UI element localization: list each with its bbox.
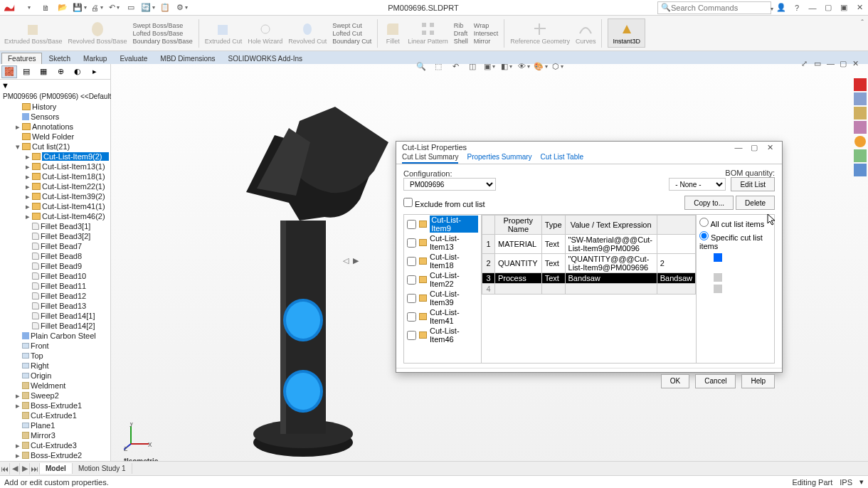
- tab-mbd[interactable]: MBD Dimensions: [154, 53, 221, 64]
- tree-node[interactable]: ▸Cut-List-Item13(1): [1, 161, 109, 171]
- menu-dropdown-icon[interactable]: [21, 2, 36, 14]
- tree-node[interactable]: ▸Cut-List-Item46(2): [1, 211, 109, 221]
- shell-button[interactable]: Shell: [454, 38, 468, 45]
- appearances-icon[interactable]: [854, 135, 867, 148]
- tree-node[interactable]: ▸Cut-List-Item9(2): [1, 152, 109, 161]
- hole-wizard-button[interactable]: Hole Wizard: [248, 21, 282, 46]
- tree-node[interactable]: Cut-Extrude1: [1, 410, 109, 420]
- cut-list-item[interactable]: Cut-List-Item39: [404, 289, 481, 307]
- swept-boss-button[interactable]: Swept Boss/Base: [133, 22, 193, 29]
- tab-sketch[interactable]: Sketch: [42, 53, 77, 64]
- property-table[interactable]: Property Name Type Value / Text Expressi…: [482, 215, 696, 363]
- tab-nav-prev-icon[interactable]: ◀: [10, 463, 20, 474]
- dialog-tab-table[interactable]: Cut List Table: [541, 153, 583, 164]
- close-icon[interactable]: ✕: [854, 2, 865, 14]
- tab-nav-first-icon[interactable]: ⏮: [0, 463, 10, 474]
- prev-view-icon[interactable]: ↶: [448, 60, 462, 72]
- tree-node[interactable]: ▸Cut-Extrude3: [1, 440, 109, 450]
- settings-icon[interactable]: ⚙: [175, 2, 189, 14]
- exclude-checkbox[interactable]: [403, 198, 413, 207]
- hide-show-icon[interactable]: 👁: [517, 60, 531, 72]
- tree-node[interactable]: Fillet Bead14[1]: [1, 311, 109, 321]
- config-manager-tab-icon[interactable]: ▦: [36, 65, 51, 78]
- boundary-boss-button[interactable]: Boundary Boss/Base: [133, 38, 193, 45]
- cut-list-item[interactable]: Cut-List-Item18: [404, 252, 481, 270]
- cancel-button[interactable]: Cancel: [695, 374, 736, 388]
- tab-nav-last-icon[interactable]: ⏭: [30, 463, 40, 474]
- tree-node[interactable]: Front: [1, 341, 109, 351]
- zoom-fit-icon[interactable]: 🔍: [414, 60, 428, 72]
- tree-node[interactable]: Top: [1, 351, 109, 361]
- property-manager-tab-icon[interactable]: ▤: [18, 65, 34, 78]
- zoom-area-icon[interactable]: ⬚: [431, 60, 445, 72]
- revolved-boss-button[interactable]: Revolved Boss/Base: [68, 21, 127, 46]
- rebuild-icon[interactable]: 🔄: [141, 2, 155, 14]
- display-manager-tab-icon[interactable]: ◐: [70, 65, 85, 78]
- tab-addins[interactable]: SOLIDWORKS Add-Ins: [222, 53, 309, 64]
- dialog-tab-summary[interactable]: Cut List Summary: [402, 153, 458, 164]
- minimize-icon[interactable]: —: [807, 2, 818, 14]
- property-row[interactable]: 4: [482, 284, 696, 295]
- tree-node[interactable]: ▸Boss-Extrude2: [1, 450, 109, 460]
- lofted-cut-button[interactable]: Lofted Cut: [332, 30, 371, 37]
- feature-tree-tab-icon[interactable]: 🧱: [1, 65, 17, 78]
- collapse-ribbon-icon[interactable]: ˆ: [861, 18, 864, 27]
- draft-button[interactable]: Draft: [454, 30, 468, 37]
- tree-node[interactable]: Fillet Bead8: [1, 251, 109, 261]
- custom-props-icon[interactable]: [854, 149, 867, 162]
- ok-button[interactable]: OK: [661, 374, 689, 388]
- restore-icon[interactable]: ▢: [822, 2, 834, 14]
- filter-funnel-icon[interactable]: ▼: [1, 81, 9, 90]
- wrap-button[interactable]: Wrap: [474, 22, 499, 29]
- window-min-icon[interactable]: —: [827, 59, 838, 69]
- instant3d-button[interactable]: Instant3D: [608, 18, 645, 48]
- property-row[interactable]: 3ProcessTextBandsawBandsaw: [482, 273, 696, 284]
- radio-all-items[interactable]: All cut list items: [699, 218, 771, 228]
- tree-node[interactable]: Fillet Bead7: [1, 241, 109, 251]
- open-icon[interactable]: 📂: [55, 2, 70, 14]
- tree-node[interactable]: Right: [1, 361, 109, 371]
- dialog-tab-properties[interactable]: Properties Summary: [467, 153, 531, 164]
- tree-node[interactable]: Plain Carbon Steel: [1, 331, 109, 341]
- property-row[interactable]: 2QUANTITYText"QUANTITY@@@Cut-List-Item9@…: [482, 254, 696, 273]
- tab-motion-study[interactable]: Motion Study 1: [73, 463, 132, 474]
- swept-cut-button[interactable]: Swept Cut: [332, 22, 371, 29]
- rib-button[interactable]: Rib: [454, 22, 468, 29]
- view-orientation-icon[interactable]: ▣: [482, 60, 497, 72]
- options-icon[interactable]: 📋: [158, 2, 172, 14]
- tab-markup[interactable]: Markup: [77, 53, 113, 64]
- file-explorer-icon[interactable]: [854, 107, 867, 120]
- dimxpert-tab-icon[interactable]: ⊕: [53, 65, 68, 78]
- dialog-close-icon[interactable]: ✕: [763, 142, 776, 153]
- lofted-boss-button[interactable]: Lofted Boss/Base: [133, 30, 193, 37]
- extruded-boss-button[interactable]: Extruded Boss/Base: [4, 21, 63, 46]
- search-dropdown-icon[interactable]: [769, 4, 773, 12]
- help-icon[interactable]: ?: [791, 2, 803, 14]
- tree-node[interactable]: Fillet Bead3[2]: [1, 231, 109, 241]
- login-icon[interactable]: 👤: [776, 2, 787, 14]
- tree-node[interactable]: Plane1: [1, 420, 109, 430]
- cut-list-item[interactable]: Cut-List-Item22: [404, 270, 481, 289]
- tree-node[interactable]: ▸Cut-List-Item39(2): [1, 191, 109, 201]
- select-icon[interactable]: ▭: [124, 2, 138, 14]
- tree-node[interactable]: Fillet Bead11: [1, 281, 109, 291]
- tab-nav-next-icon[interactable]: ▶: [20, 463, 30, 474]
- tab-features[interactable]: Features: [1, 53, 42, 64]
- revolved-cut-button[interactable]: Revolved Cut: [288, 21, 327, 46]
- tree-node[interactable]: ▸Cut-List-Item22(1): [1, 181, 109, 191]
- ref-geometry-button[interactable]: Reference Geometry: [510, 21, 570, 46]
- dialog-minimize-icon[interactable]: —: [732, 142, 745, 153]
- linear-pattern-button[interactable]: Linear Pattern: [408, 21, 448, 46]
- extruded-cut-button[interactable]: Extruded Cut: [205, 21, 243, 46]
- tree-node[interactable]: ▸Sweep2: [1, 391, 109, 401]
- tree-node[interactable]: Fillet Bead14[2]: [1, 321, 109, 331]
- tree-node[interactable]: History: [1, 102, 109, 112]
- exclude-checkbox-label[interactable]: Exclude from cut list: [403, 198, 485, 208]
- window-max-icon[interactable]: ▢: [840, 59, 851, 69]
- tab-model[interactable]: Model: [40, 463, 73, 474]
- tree-node[interactable]: ▾Cut list(21): [1, 142, 109, 152]
- tree-node[interactable]: Fillet Bead3[1]: [1, 221, 109, 231]
- dialog-maximize-icon[interactable]: ▢: [748, 142, 761, 153]
- tree-node[interactable]: Fillet Bead9: [1, 261, 109, 271]
- sw-resources-icon[interactable]: [854, 78, 867, 91]
